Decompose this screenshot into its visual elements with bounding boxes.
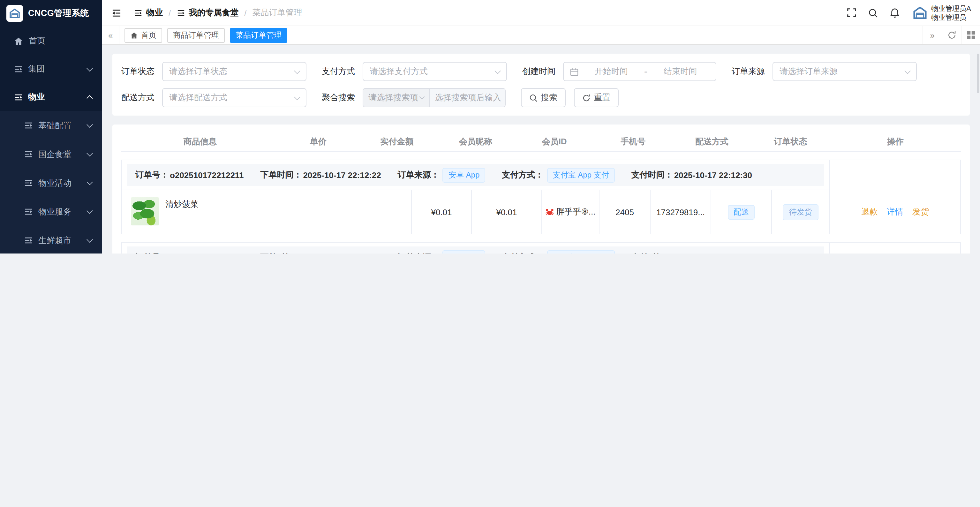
column-header-3: 会员昵称 [436,136,515,148]
reset-button[interactable]: 重置 [574,88,619,107]
create-time-range-picker[interactable]: 开始时间 - 结束时间 [563,62,716,81]
delivery-select[interactable]: 请选择配送方式 [162,88,307,107]
action-link-详情[interactable]: 详情 [887,206,904,217]
orders-table: 商品信息单价实付金额会员昵称会员ID手机号配送方式订单状态操作 订单号：o202… [112,124,970,254]
menu-icon [24,208,33,215]
breadcrumb-item-0[interactable]: 物业 [134,7,163,19]
home-icon [14,37,23,45]
sidebar-item-4[interactable]: 国企食堂 [0,140,102,169]
sidebar-item-label: 国企食堂 [38,148,88,160]
chevron-down-icon [86,150,93,156]
sidebar-collapse-button[interactable] [112,9,121,17]
sidebar-item-2[interactable]: 物业 [0,83,102,111]
tab-2[interactable]: 菜品订单管理 [230,28,287,43]
search-icon [529,94,538,102]
order-actions-cell: 退款详情发货 [829,160,960,234]
sidebar-item-6[interactable]: 物业服务 [0,197,102,226]
app-logo-row[interactable]: CNCG管理系统 [0,0,102,27]
column-header-8: 操作 [830,136,961,148]
search-button[interactable]: 搜索 [521,88,566,107]
member-nickname-cell: 胖乎乎⑧... [542,190,600,234]
chevron-down-icon [904,67,911,74]
page-content: 订单状态 请选择订单状态 支付方式 请选择支付方式 创建时间 [102,45,980,254]
sidebar-menu: 首页集团物业基础配置国企食堂物业活动物业服务生鲜超市我的专属食堂食堂信息管理菜品… [0,27,102,254]
breadcrumb-item-1[interactable]: 我的专属食堂 [177,7,239,19]
agg-search-input[interactable]: 选择搜索项后输入 [430,89,506,107]
order-product-row: 清炒菠菜 ¥0.01 ¥0.01 胖乎乎⑧... 2405 173279819.… [122,190,829,234]
notification-bell-icon[interactable] [890,8,899,18]
column-header-0: 商品信息 [121,136,279,148]
tab-1[interactable]: 商品订单管理 [167,28,225,43]
filter-agg-search: 聚合搜索 请选择搜索项 选择搜索项后输入 [322,88,506,107]
search-icon[interactable] [868,8,878,18]
order-number: 订单号：o202510172212211 [135,169,243,181]
chevron-down-icon [294,94,301,100]
sidebar: CNCG管理系统 首页集团物业基础配置国企食堂物业活动物业服务生鲜超市我的专属食… [0,0,102,254]
menu-icon [24,237,33,244]
app-logo-icon [6,5,23,22]
order-time: 下单时间：2025-09-17 17:09:02 [260,252,381,254]
calendar-icon [570,67,578,76]
delivery-badge: 配送 [728,205,755,219]
breadcrumb-separator: / [244,8,247,18]
column-header-7: 订单状态 [751,136,830,148]
order-status-select[interactable]: 请选择订单状态 [162,62,307,81]
filter-order-source: 订单来源 请选择订单来源 [732,62,917,81]
product-image [131,197,159,225]
crab-icon [546,208,554,216]
scrollbar[interactable] [977,54,979,93]
sidebar-item-0[interactable]: 首页 [0,27,102,55]
order-block-1: 订单号：o202509171709011下单时间：2025-09-17 17:0… [121,242,961,254]
tab-label: 菜品订单管理 [235,30,282,41]
tab-label: 商品订单管理 [173,30,219,41]
status-badge: 待发货 [783,204,818,220]
menu-icon [24,122,33,129]
tab-0[interactable]: 首页 [124,28,162,43]
product-name: 清炒菠菜 [165,199,199,210]
sidebar-item-7[interactable]: 生鲜超市 [0,226,102,254]
table-header-row: 商品信息单价实付金额会员昵称会员ID手机号配送方式订单状态操作 [121,132,961,152]
tab-list: 首页商品订单管理菜品订单管理 [119,28,287,43]
column-header-6: 配送方式 [673,136,751,148]
app-root: CNCG管理系统 首页集团物业基础配置国企食堂物业活动物业服务生鲜超市我的专属食… [0,0,980,254]
end-time-placeholder: 结束时间 [651,66,709,77]
chevron-down-icon [86,236,93,242]
pay-time: 支付时间：2025-09-17 17:09:10 [632,252,752,254]
sidebar-item-label: 物业服务 [38,206,88,217]
delivery-cell: 配送 [711,190,772,234]
action-link-退款[interactable]: 退款 [861,206,878,217]
filter-label: 支付方式 [322,66,355,77]
fullscreen-icon[interactable] [847,8,856,17]
column-header-2: 实付金额 [358,136,436,148]
filter-panel: 订单状态 请选择订单状态 支付方式 请选择支付方式 创建时间 [112,54,970,116]
chevron-down-icon [86,179,93,185]
order-source: 订单来源： 苹果 App [398,250,485,254]
breadcrumb-label: 物业 [146,7,163,19]
filter-label: 聚合搜索 [322,92,355,104]
sidebar-item-3[interactable]: 基础配置 [0,111,102,140]
chevron-up-icon [86,95,93,101]
menu-icon [14,94,22,100]
action-link-发货[interactable]: 发货 [912,206,929,217]
order-summary-bar: 订单号：o202509171709011下单时间：2025-09-17 17:0… [127,247,824,254]
order-source: 订单来源： 安卓 App [398,167,485,182]
order-time: 下单时间：2025-10-17 22:12:22 [260,169,381,181]
sidebar-item-5[interactable]: 物业活动 [0,169,102,197]
sidebar-item-1[interactable]: 集团 [0,55,102,83]
menu-icon [14,65,22,72]
app-title: CNCG管理系统 [28,8,89,19]
layout-grid-icon[interactable] [961,26,980,44]
user-role: 物业管理员 [931,13,971,22]
paid-amount-cell: ¥0.01 [472,190,542,234]
agg-search-select[interactable]: 请选择搜索项 [363,89,430,107]
refresh-icon [582,94,590,102]
user-menu[interactable]: 物业管理员A 物业管理员 [912,3,971,22]
pay-method-select[interactable]: 请选择支付方式 [363,62,507,81]
sidebar-item-label: 生鲜超市 [38,235,88,246]
refresh-icon[interactable] [942,26,961,44]
tabs-scroll-right-icon[interactable]: » [923,26,942,44]
pay-method: 支付方式： 支付宝 App 支付 [502,250,614,254]
order-source-select[interactable]: 请选择订单来源 [773,62,917,81]
pay-method: 支付方式： 支付宝 App 支付 [502,167,614,182]
tabs-scroll-left-icon[interactable]: « [102,26,119,44]
